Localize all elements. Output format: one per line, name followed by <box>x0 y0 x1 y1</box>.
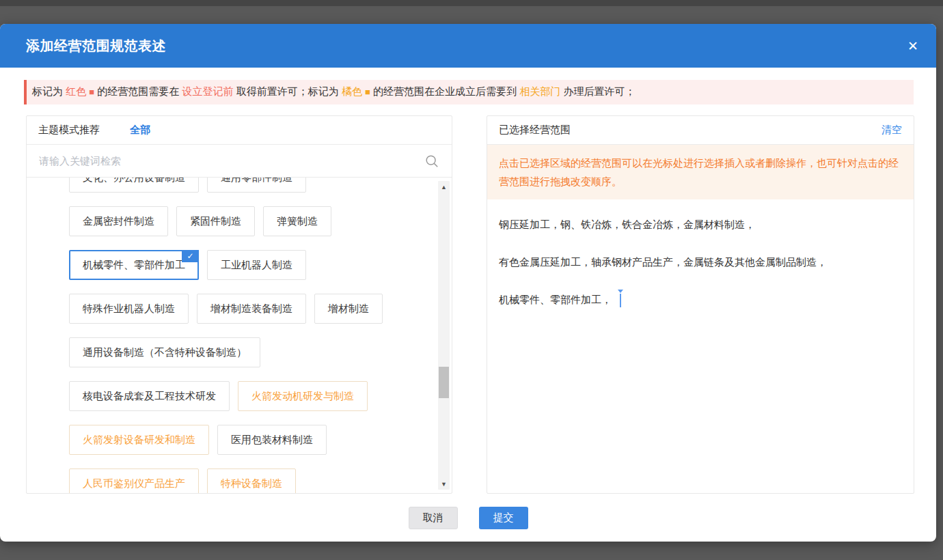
tag-list-scrollbar[interactable]: ▲ ▼ <box>438 181 450 490</box>
tag-row: 文化、办公用设备制造 通用零部件制造 <box>69 178 452 193</box>
scope-tag-label: 机械零件、零部件加工 <box>83 259 185 272</box>
selected-scope-line-text: 机械零件、零部件加工， <box>499 294 612 305</box>
dialog-body: 主题模式推荐 全部 文化、办公用设备制造 通用零部件制造 <box>26 115 936 494</box>
scope-tag[interactable]: 通用设备制造（不含特种设备制造） <box>69 337 260 367</box>
submit-button[interactable]: 提交 <box>479 507 528 529</box>
scope-tag[interactable]: 弹簧制造 <box>263 206 331 236</box>
scroll-up-icon[interactable]: ▲ <box>438 181 450 193</box>
notice-orange-label: 橘色 <box>342 85 362 97</box>
permit-notice-bar: 标记为 红色 ■ 的经营范围需要在 设立登记前 取得前置许可；标记为 橘色 ■ … <box>24 80 914 104</box>
tab-all[interactable]: 全部 <box>130 124 150 137</box>
scope-tag[interactable]: 核电设备成套及工程技术研发 <box>69 381 230 411</box>
scope-tag[interactable]: 增材制造装备制造 <box>197 294 306 324</box>
scope-tag[interactable]: 特殊作业机器人制造 <box>69 294 189 324</box>
selected-scope-line[interactable]: 有色金属压延加工，轴承钢材产品生产，金属链条及其他金属制品制造， <box>499 255 902 270</box>
selected-panel-header: 已选择经营范围 清空 <box>487 116 914 145</box>
scope-tag-scroll-content: 文化、办公用设备制造 通用零部件制造 金属密封件制造 紧固件制造 弹簧制造 机械… <box>27 178 452 493</box>
tag-row: 特殊作业机器人制造 增材制造装备制造 增材制造 <box>69 294 452 324</box>
search-icon[interactable] <box>424 154 439 169</box>
tag-row: 金属密封件制造 紧固件制造 弹簧制造 <box>69 206 452 236</box>
scope-tag-post-permit[interactable]: 火箭发射设备研发和制造 <box>69 425 209 455</box>
selected-scope-line[interactable]: 机械零件、零部件加工， <box>499 292 902 307</box>
scope-picker-panel: 主题模式推荐 全部 文化、办公用设备制造 通用零部件制造 <box>26 115 452 494</box>
scope-tag-list: 文化、办公用设备制造 通用零部件制造 金属密封件制造 紧固件制造 弹簧制造 机械… <box>27 178 452 493</box>
text-caret-icon <box>620 294 621 307</box>
scope-tag[interactable]: 增材制造 <box>314 294 383 324</box>
drag-hint-text: 点击已选择区域的经营范围可以在光标处进行选择插入或者删除操作，也可针对点击的经营… <box>487 145 914 199</box>
scope-tag-post-permit[interactable]: 人民币鉴别仪产品生产 <box>69 468 199 493</box>
notice-text: 标记为 <box>32 85 66 97</box>
scope-tag[interactable]: 金属密封件制造 <box>69 206 168 236</box>
close-icon[interactable]: ✕ <box>907 40 918 53</box>
keyword-search-bar <box>27 145 452 178</box>
picker-tabs: 主题模式推荐 全部 <box>27 116 452 145</box>
notice-text: 的经营范围需要在 <box>94 85 182 97</box>
tab-theme-recommend[interactable]: 主题模式推荐 <box>38 124 100 137</box>
tag-row: 机械零件、零部件加工 ✓ 工业机器人制造 <box>69 250 452 280</box>
notice-dept: 相关部门 <box>519 85 560 97</box>
scope-tag-selected[interactable]: 机械零件、零部件加工 ✓ <box>69 250 199 280</box>
selected-scope-line[interactable]: 钢压延加工，钢、铁冶炼，铁合金冶炼，金属材料制造， <box>499 217 902 232</box>
dialog-header: 添加经营范围规范表述 ✕ <box>0 24 936 68</box>
scope-tag[interactable]: 紧固件制造 <box>176 206 255 236</box>
notice-pre-permit: 设立登记前 <box>182 85 234 97</box>
tag-row: 核电设备成套及工程技术研发 火箭发动机研发与制造 <box>69 381 452 411</box>
dialog-title: 添加经营范围规范表述 <box>26 37 166 55</box>
tag-row: 人民币鉴别仪产品生产 特种设备制造 <box>69 468 452 493</box>
dialog-footer: 取消 提交 <box>0 494 936 529</box>
check-icon: ✓ <box>182 250 199 262</box>
dimmed-overlay: 添加经营范围规范表述 ✕ 标记为 红色 ■ 的经营范围需要在 设立登记前 取得前… <box>0 0 943 560</box>
keyword-search-input[interactable] <box>39 155 424 167</box>
notice-text: 的经营范围在企业成立后需要到 <box>370 85 519 97</box>
orange-square-icon: ■ <box>365 87 370 97</box>
scope-tag[interactable]: 工业机器人制造 <box>207 250 306 280</box>
scope-tag-post-permit[interactable]: 特种设备制造 <box>207 468 296 493</box>
notice-text: 办理后置许可； <box>560 85 635 97</box>
scope-tag[interactable]: 文化、办公用设备制造 <box>69 178 199 193</box>
add-business-scope-dialog: 添加经营范围规范表述 ✕ 标记为 红色 ■ 的经营范围需要在 设立登记前 取得前… <box>0 24 936 542</box>
scope-tag[interactable]: 医用包装材料制造 <box>217 425 327 455</box>
selected-panel-title: 已选择经营范围 <box>499 124 571 137</box>
overlay-top-strip <box>0 0 943 6</box>
selected-scope-panel: 已选择经营范围 清空 点击已选择区域的经营范围可以在光标处进行选择插入或者删除操… <box>487 115 914 494</box>
scroll-down-icon[interactable]: ▼ <box>438 478 450 490</box>
notice-red-label: 红色 <box>66 85 86 97</box>
tag-row: 通用设备制造（不含特种设备制造） <box>69 337 452 367</box>
clear-all-link[interactable]: 清空 <box>882 124 902 137</box>
scope-tag[interactable]: 通用零部件制造 <box>207 178 306 193</box>
scope-tag-post-permit[interactable]: 火箭发动机研发与制造 <box>238 381 368 411</box>
notice-text: 取得前置许可；标记为 <box>234 85 342 97</box>
tag-row: 火箭发射设备研发和制造 医用包装材料制造 <box>69 425 452 455</box>
cancel-button[interactable]: 取消 <box>409 507 458 529</box>
selected-scope-editor[interactable]: 钢压延加工，钢、铁冶炼，铁合金冶炼，金属材料制造， 有色金属压延加工，轴承钢材产… <box>487 199 914 493</box>
scrollbar-thumb[interactable] <box>439 367 449 398</box>
